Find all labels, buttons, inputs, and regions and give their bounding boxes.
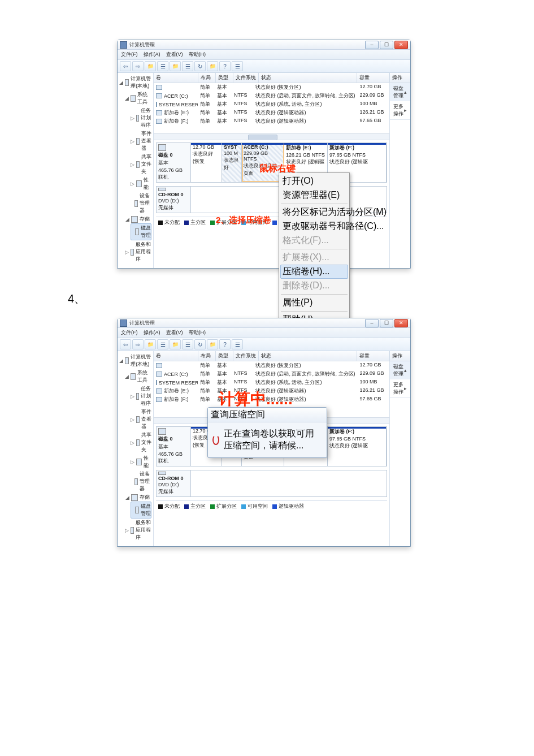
table-row: 简单基本状态良好 (恢复分区)12.70 GB [154,83,389,92]
context-menu: 打开(O) 资源管理器(E) 将分区标记为活动分区(M) 更改驱动器号和路径(C… [279,172,350,329]
toolbar-btn[interactable] [194,339,206,349]
app-icon [120,319,127,327]
ctx-shrink[interactable]: 压缩卷(H)... [280,265,348,279]
screenshot-2: 计算机管理 – ☐ ✕ 文件(F) 操作(A) 查看(V) 帮助(H) [117,318,411,547]
nav-scheduler[interactable]: 任务计划程序 [141,107,151,129]
ctx-extend: 扩展卷(X)... [280,250,348,265]
table-row: 新加卷 (F:)简单基本NTFS状态良好 (逻辑驱动器)97.65 GB [154,117,389,126]
spinner-icon [212,435,219,445]
window-title: 计算机管理 [129,41,155,49]
actions-group: 磁盘管理 [393,85,405,100]
actions-more[interactable]: 更多操作 [393,103,405,118]
close-button[interactable]: ✕ [394,319,408,327]
nav-diskmgmt[interactable]: 磁盘管理 [141,224,151,239]
menu-file[interactable]: 文件(F) [121,329,138,336]
volume-table-header: 卷 布局 类型 文件系统 状态 容量 [154,73,389,83]
nav-storage[interactable]: 存储 [140,215,150,223]
main-panel: 卷 布局 类型 文件系统 状态 容量 简单基本状态良好 (恢复分区)12.70 … [154,73,390,268]
chevron-up-icon[interactable]: ▴ [404,368,407,373]
forward-button[interactable] [132,339,144,349]
forward-button[interactable] [132,61,144,71]
col-status[interactable]: 状态 [259,73,357,83]
menu-view[interactable]: 查看(V) [166,329,183,336]
back-button[interactable] [120,61,131,71]
menu-view[interactable]: 查看(V) [166,51,183,58]
menu-help[interactable]: 帮助(H) [189,51,206,58]
computer-management-window: 计算机管理 – ☐ ✕ 文件(F) 操作(A) 查看(V) 帮助(H) [117,40,411,269]
col-layout[interactable]: 布局 [198,73,216,83]
close-button[interactable]: ✕ [394,41,408,49]
back-button[interactable] [120,339,131,349]
table-row: 新加卷 (E:)简单基本NTFS状态良好 (逻辑驱动器)126.21 GB [154,109,389,117]
chevron-right-icon: ▸ [404,386,407,391]
maximize-button[interactable]: ☐ [380,41,393,49]
menu-action[interactable]: 操作(A) [144,51,160,58]
volume-list: 简单基本状态良好 (恢复分区)12.70 GB ACER (C:)简单基本NTF… [154,83,389,140]
col-type[interactable]: 类型 [216,73,233,83]
dialog-message: 正在查询卷以获取可用压缩空间，请稍候... [224,428,322,452]
menu-action[interactable]: 操作(A) [144,329,160,336]
toolbar-btn[interactable] [157,339,168,349]
toolbar-btn-8[interactable] [207,61,218,71]
chevron-up-icon[interactable]: ▴ [404,89,407,95]
col-fs[interactable]: 文件系统 [233,73,259,83]
toolbar-btn[interactable] [170,339,181,349]
titlebar: 计算机管理 – ☐ ✕ [118,40,410,50]
actions-header: 操作 [390,73,411,83]
menu-file[interactable]: 文件(F) [121,51,138,58]
nav-perf[interactable]: 性能 [144,176,151,191]
table-row: ACER (C:)简单基本NTFS状态良好 (启动, 页面文件, 故障转储, 主… [154,92,389,100]
screenshot-1: 计算机管理 – ☐ ✕ 文件(F) 操作(A) 查看(V) 帮助(H) [117,40,411,269]
nav-services[interactable]: 服务和应用程序 [136,241,151,263]
toolbar-btn[interactable] [145,339,156,349]
nav-system-tools[interactable]: 系统工具 [137,91,151,106]
ctx-delete: 删除卷(D)... [280,279,348,293]
toolbar [118,60,410,73]
toolbar-btn-9[interactable] [219,61,231,71]
minimize-button[interactable]: – [365,41,379,49]
partition-acer-c[interactable]: ACER (C:)229.09 GB NTFS状态良好 (启动, 页面 [242,143,284,182]
dialog-title: 查询压缩空间 [208,408,327,422]
ctx-change[interactable]: 更改驱动器号和路径(C)... [280,219,348,234]
shrink-query-dialog: 查询压缩空间 正在查询卷以获取可用压缩空间，请稍候... [207,407,327,458]
toolbar-btn[interactable] [219,339,231,349]
menubar: 文件(F) 操作(A) 查看(V) 帮助(H) [118,50,410,60]
toolbar-btn[interactable] [232,339,243,349]
nav-root[interactable]: 计算机管理(本地) [131,75,151,90]
toolbar-btn-5[interactable] [170,61,181,71]
toolbar-btn[interactable] [182,339,193,349]
col-cap[interactable]: 容量 [357,73,389,83]
nav-devmgr[interactable]: 设备管理器 [140,192,151,214]
disk-0-row: 磁盘 0 基本 465.76 GB 联机 12.70 GB状态良好 (恢复 SY… [156,142,387,183]
ctx-active[interactable]: 将分区标记为活动分区(M) [280,205,348,219]
ctx-format: 格式化(F)... [280,234,348,248]
toolbar-btn-10[interactable] [232,61,243,71]
disk-icon [158,428,166,435]
ctx-prop[interactable]: 属性(P) [280,296,348,310]
nav-shared[interactable]: 共享文件夹 [141,153,151,175]
toolbar-btn-6[interactable] [182,61,193,71]
h-scrollbar[interactable] [154,133,389,140]
window-title: 计算机管理 [129,319,155,327]
ctx-open[interactable]: 打开(O) [280,174,348,188]
app-icon [120,41,127,49]
menu-help[interactable]: 帮助(H) [189,329,206,336]
toolbar-btn-7[interactable] [194,61,206,71]
toolbar-btn-4[interactable] [157,61,168,71]
table-row: SYSTEM RESERVED简单基本NTFS状态良好 (系统, 活动, 主分区… [154,100,389,109]
cdrom-icon [158,188,166,191]
cdrom-icon [158,472,166,475]
col-volume[interactable]: 卷 [154,73,198,83]
disk-icon [158,144,166,151]
nav-tree: ◢计算机管理(本地) ◢系统工具 ▷任务计划程序 ▷事件查看器 ▷共享文件夹 ▷… [118,73,154,268]
chevron-right-icon: ▸ [404,107,407,113]
toolbar-btn-3[interactable] [145,61,156,71]
actions-pane: 操作 磁盘管理▴ 更多操作▸ [390,73,411,268]
nav-eventviewer[interactable]: 事件查看器 [141,130,151,152]
ctx-explorer[interactable]: 资源管理器(E) [280,188,348,202]
minimize-button[interactable]: – [365,319,379,327]
toolbar-btn[interactable] [207,339,218,349]
disk-0-title: 磁盘 0 [158,152,189,159]
maximize-button[interactable]: ☐ [380,319,393,327]
